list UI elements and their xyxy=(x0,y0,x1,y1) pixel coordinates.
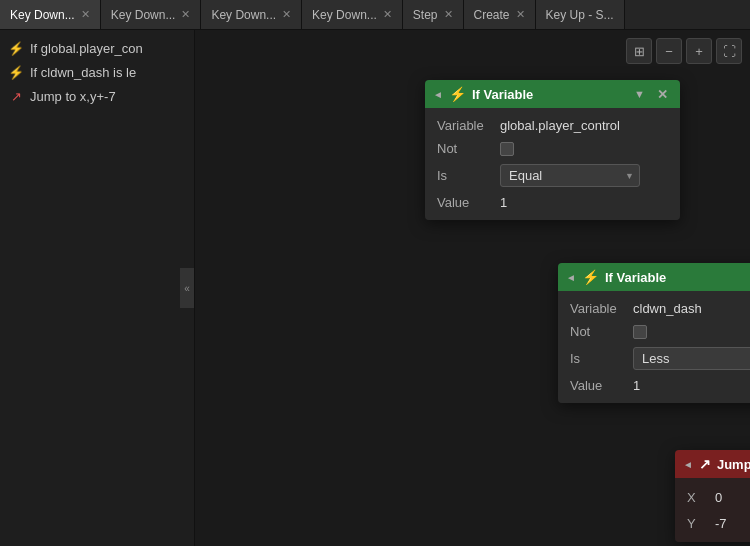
panel1-variable-row: Variable global.player_control xyxy=(437,118,668,133)
tab-1[interactable]: Key Down... ✕ xyxy=(101,0,202,29)
sidebar-item-1[interactable]: ⚡ If cldwn_dash is le xyxy=(0,60,194,84)
panel1-is-select-wrap: Equal Not Equal Less Greater Less or Equ… xyxy=(500,164,640,187)
if-variable-icon-0: ⚡ xyxy=(8,40,24,56)
tab-0-label: Key Down... xyxy=(10,8,75,22)
panel2-title: If Variable xyxy=(605,270,750,285)
tab-0[interactable]: Key Down... ✕ xyxy=(0,0,101,29)
if-variable-panel-1-header: ◄ ⚡ If Variable ▼ ✕ xyxy=(425,80,680,108)
panel1-is-label: Is xyxy=(437,168,492,183)
panel1-is-row: Is Equal Not Equal Less Greater Less or … xyxy=(437,164,668,187)
tab-3-label: Key Down... xyxy=(312,8,377,22)
fullscreen-button[interactable]: ⛶ xyxy=(716,38,742,64)
panel1-collapse-icon[interactable]: ◄ xyxy=(433,89,443,100)
panel1-value-row: Value 1 xyxy=(437,195,668,210)
if-variable-icon-1: ⚡ xyxy=(8,64,24,80)
panel1-variable-value: global.player_control xyxy=(500,118,620,133)
if-variable-panel-2: ◄ ⚡ If Variable ▼ ✕ Variable cldwn_dash … xyxy=(558,263,750,403)
panel3-x-value: 0 xyxy=(715,490,750,505)
panel1-close-button[interactable]: ✕ xyxy=(655,87,670,102)
canvas: ⊞ − + ⛶ ◄ ⚡ If Variable ▼ ✕ Variable glo… xyxy=(195,30,750,546)
panel2-value-row: Value 1 xyxy=(570,378,750,393)
panel1-title: If Variable xyxy=(472,87,624,102)
panel2-variable-row: Variable cldwn_dash xyxy=(570,301,750,316)
tab-4-label: Step xyxy=(413,8,438,22)
panel3-y-row: Y -7 ✓ Relative xyxy=(687,514,750,532)
sidebar-collapse-button[interactable]: « xyxy=(180,268,194,308)
tab-2-label: Key Down... xyxy=(211,8,276,22)
panel1-variable-label: Variable xyxy=(437,118,492,133)
tab-2-close[interactable]: ✕ xyxy=(282,8,291,21)
tab-5[interactable]: Create ✕ xyxy=(464,0,536,29)
panel3-type-icon: ↗ xyxy=(699,456,711,472)
panel3-title: Jump To Point xyxy=(717,457,750,472)
panel1-not-checkbox[interactable] xyxy=(500,142,514,156)
panel1-type-icon: ⚡ xyxy=(449,86,466,102)
sidebar-item-0-label: If global.player_con xyxy=(30,41,143,56)
tab-bar: Key Down... ✕ Key Down... ✕ Key Down... … xyxy=(0,0,750,30)
panel2-is-select[interactable]: Equal Not Equal Less Greater Less or Equ… xyxy=(633,347,750,370)
panel2-value-label: Value xyxy=(570,378,625,393)
sidebar-item-1-label: If cldwn_dash is le xyxy=(30,65,136,80)
tab-6[interactable]: Key Up - S... xyxy=(536,0,625,29)
panel1-menu-button[interactable]: ▼ xyxy=(630,88,649,100)
tab-5-close[interactable]: ✕ xyxy=(516,8,525,21)
panel2-value-value: 1 xyxy=(633,378,640,393)
panel3-x-row: X 0 ✓ Relative xyxy=(687,488,750,506)
panel3-x-label: X xyxy=(687,490,707,505)
panel1-is-select[interactable]: Equal Not Equal Less Greater Less or Equ… xyxy=(500,164,640,187)
panel2-not-row: Not xyxy=(570,324,750,339)
panel1-value-label: Value xyxy=(437,195,492,210)
tab-0-close[interactable]: ✕ xyxy=(81,8,90,21)
jump-icon: ↗ xyxy=(8,88,24,104)
zoom-fit-button[interactable]: ⊞ xyxy=(626,38,652,64)
zoom-in-button[interactable]: + xyxy=(686,38,712,64)
panel2-body: Variable cldwn_dash Not Is Equal Not Equ… xyxy=(558,291,750,403)
panel3-y-value: -7 xyxy=(715,516,750,531)
panel3-y-label: Y xyxy=(687,516,707,531)
panel2-is-select-wrap: Equal Not Equal Less Greater Less or Equ… xyxy=(633,347,750,370)
tab-1-close[interactable]: ✕ xyxy=(181,8,190,21)
panel2-not-checkbox[interactable] xyxy=(633,325,647,339)
panel1-value-value: 1 xyxy=(500,195,507,210)
tab-3[interactable]: Key Down... ✕ xyxy=(302,0,403,29)
sidebar-item-0[interactable]: ⚡ If global.player_con xyxy=(0,36,194,60)
panel2-is-label: Is xyxy=(570,351,625,366)
sidebar: ⚡ If global.player_con ⚡ If cldwn_dash i… xyxy=(0,30,195,546)
panel3-collapse-icon[interactable]: ◄ xyxy=(683,459,693,470)
panel1-not-row: Not xyxy=(437,141,668,156)
main-area: ⚡ If global.player_con ⚡ If cldwn_dash i… xyxy=(0,30,750,546)
panel1-not-label: Not xyxy=(437,141,492,156)
tab-1-label: Key Down... xyxy=(111,8,176,22)
if-variable-panel-1: ◄ ⚡ If Variable ▼ ✕ Variable global.play… xyxy=(425,80,680,220)
panel2-collapse-icon[interactable]: ◄ xyxy=(566,272,576,283)
jump-to-point-panel: ◄ ↗ Jump To Point ▼ ✕ X 0 ✓ Relative Y -… xyxy=(675,450,750,542)
tab-6-label: Key Up - S... xyxy=(546,8,614,22)
panel3-body: X 0 ✓ Relative Y -7 ✓ Relative xyxy=(675,478,750,542)
tab-3-close[interactable]: ✕ xyxy=(383,8,392,21)
if-variable-panel-2-header: ◄ ⚡ If Variable ▼ ✕ xyxy=(558,263,750,291)
panel2-variable-label: Variable xyxy=(570,301,625,316)
panel2-type-icon: ⚡ xyxy=(582,269,599,285)
tab-5-label: Create xyxy=(474,8,510,22)
tab-4-close[interactable]: ✕ xyxy=(444,8,453,21)
panel2-not-label: Not xyxy=(570,324,625,339)
sidebar-item-2-label: Jump to x,y+-7 xyxy=(30,89,116,104)
canvas-toolbar: ⊞ − + ⛶ xyxy=(626,38,742,64)
sidebar-item-2[interactable]: ↗ Jump to x,y+-7 xyxy=(0,84,194,108)
jump-panel-header: ◄ ↗ Jump To Point ▼ ✕ xyxy=(675,450,750,478)
panel2-variable-value: cldwn_dash xyxy=(633,301,702,316)
zoom-out-button[interactable]: − xyxy=(656,38,682,64)
tab-2[interactable]: Key Down... ✕ xyxy=(201,0,302,29)
tab-4[interactable]: Step ✕ xyxy=(403,0,464,29)
panel1-body: Variable global.player_control Not Is Eq… xyxy=(425,108,680,220)
panel2-is-row: Is Equal Not Equal Less Greater Less or … xyxy=(570,347,750,370)
